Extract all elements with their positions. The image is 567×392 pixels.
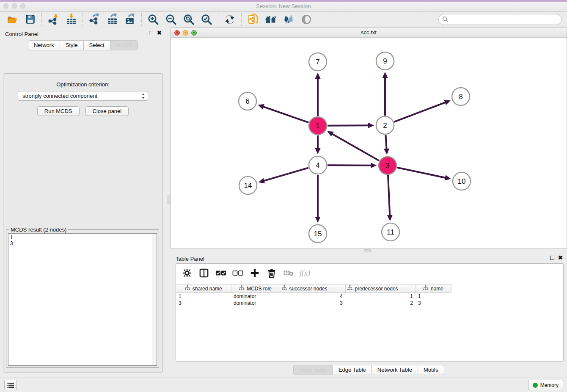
- node-10[interactable]: 10: [453, 172, 471, 190]
- column-header-successor-nodes[interactable]: successor nodes: [280, 284, 345, 293]
- control-panel-tabs: NetworkStyleSelectMCDS: [0, 40, 166, 50]
- table-row[interactable]: 3dominator323: [176, 300, 451, 306]
- column-header-predecessor-nodes[interactable]: predecessor nodes: [345, 284, 416, 293]
- network-maximize-icon[interactable]: +: [191, 30, 197, 36]
- float-table-panel-icon[interactable]: [550, 256, 554, 260]
- float-panel-icon[interactable]: [149, 31, 153, 35]
- node-4[interactable]: 4: [309, 156, 327, 174]
- column-header-MCDS-role[interactable]: MCDS role: [231, 284, 280, 293]
- home-icon[interactable]: [262, 13, 280, 26]
- svg-text:11: 11: [387, 228, 394, 236]
- network-view-window: ✕ − + scc.txt 7968124314101511: [171, 28, 567, 249]
- node-2[interactable]: 2: [376, 116, 394, 134]
- add-row-icon[interactable]: [249, 267, 261, 279]
- zoom-selected-icon[interactable]: [198, 13, 215, 26]
- table-row[interactable]: 1dominator411: [176, 293, 451, 300]
- close-panel-button[interactable]: Close panel: [85, 106, 129, 116]
- dropdown-stepper-icon: [141, 93, 145, 101]
- network-close-icon[interactable]: ✕: [174, 30, 180, 36]
- svg-text:8: 8: [459, 93, 462, 101]
- svg-text:2: 2: [383, 121, 387, 130]
- mcds-result-text[interactable]: 1 3: [8, 233, 157, 366]
- node-6[interactable]: 6: [239, 92, 256, 110]
- tab-network-table[interactable]: Network Table: [372, 365, 418, 375]
- import-network-icon[interactable]: [44, 13, 62, 26]
- table-panel-title: Table Panel: [176, 256, 204, 262]
- memory-button[interactable]: Memory: [528, 380, 563, 390]
- edge-3-10[interactable]: [397, 168, 446, 178]
- tab-select[interactable]: Select: [84, 40, 110, 50]
- svg-text:3: 3: [385, 162, 389, 170]
- edge-4-3[interactable]: [328, 165, 371, 166]
- horizontal-splitter-grip[interactable]: [364, 249, 371, 252]
- import-table-icon[interactable]: [62, 13, 80, 26]
- open-session-icon[interactable]: [3, 13, 21, 26]
- column-type-icon: [423, 285, 428, 292]
- save-session-icon[interactable]: [21, 13, 39, 26]
- edge-3-1[interactable]: [332, 134, 379, 160]
- network-minimize-icon[interactable]: −: [183, 30, 188, 36]
- tab-network[interactable]: Network: [28, 40, 60, 50]
- clone-network-icon[interactable]: [244, 13, 262, 26]
- node-1[interactable]: 1: [309, 117, 327, 135]
- node-14[interactable]: 14: [239, 177, 257, 194]
- vertical-splitter-grip[interactable]: [167, 196, 170, 204]
- tab-style[interactable]: Style: [60, 40, 84, 50]
- zoom-out-icon[interactable]: [162, 13, 180, 26]
- node-3[interactable]: 3: [379, 157, 396, 174]
- run-mcds-button[interactable]: Run MCDS: [37, 106, 80, 116]
- edge-1-2[interactable]: [328, 125, 369, 126]
- zoom-in-icon[interactable]: [144, 13, 162, 26]
- edge-1-6[interactable]: [263, 107, 308, 123]
- deselect-all-columns-icon[interactable]: [232, 267, 244, 279]
- tab-edge-table[interactable]: Edge Table: [333, 365, 372, 375]
- split-panel-icon[interactable]: [198, 267, 210, 279]
- main-toolbar: [0, 12, 567, 27]
- node-9[interactable]: 9: [376, 52, 394, 70]
- column-header-shared-name[interactable]: shared name: [176, 284, 231, 293]
- svg-text:14: 14: [244, 182, 252, 190]
- control-panel: Control Panel ✖ NetworkStyleSelectMCDS O…: [0, 28, 166, 376]
- export-network-icon[interactable]: [85, 13, 103, 26]
- table-panel: Table Panel ✖: [171, 252, 567, 376]
- table-options-icon[interactable]: [181, 267, 193, 279]
- function-builder-icon[interactable]: f(x): [300, 269, 310, 278]
- column-header-name[interactable]: name: [416, 284, 451, 293]
- zoom-fit-icon[interactable]: [180, 13, 198, 26]
- apply-preferred-layout-icon[interactable]: [221, 13, 239, 26]
- birds-eye-view-icon[interactable]: [297, 13, 315, 26]
- node-7[interactable]: 7: [309, 53, 327, 71]
- select-all-columns-icon[interactable]: [215, 267, 227, 279]
- search-icon: [442, 16, 449, 22]
- show-panel-list-button[interactable]: [4, 380, 17, 390]
- network-canvas[interactable]: 7968124314101511: [171, 38, 567, 248]
- column-type-icon: [239, 285, 244, 292]
- tab-mcds[interactable]: MCDS: [110, 40, 138, 50]
- result-scrollbar[interactable]: [152, 234, 157, 365]
- svg-text:1: 1: [316, 122, 319, 130]
- network-window-titlebar[interactable]: ✕ − + scc.txt: [171, 28, 567, 38]
- delete-row-icon[interactable]: [266, 267, 278, 279]
- optimization-dropdown[interactable]: strongly connected component: [18, 91, 148, 101]
- tab-motifs[interactable]: Motifs: [418, 365, 444, 375]
- node-table[interactable]: shared nameMCDS rolesuccessor nodesprede…: [176, 284, 451, 306]
- node-11[interactable]: 11: [382, 223, 399, 241]
- tab-node-table[interactable]: Node Table: [293, 365, 333, 375]
- close-panel-icon[interactable]: ✖: [157, 31, 162, 35]
- column-type-icon: [282, 285, 287, 292]
- search-box[interactable]: [438, 14, 562, 25]
- column-type-icon: [347, 285, 352, 292]
- edge-2-8[interactable]: [394, 102, 446, 122]
- export-table-icon[interactable]: [103, 13, 121, 26]
- edge-2-3[interactable]: [385, 135, 386, 149]
- edge-3-11[interactable]: [388, 175, 390, 215]
- delete-table-icon[interactable]: [283, 267, 295, 279]
- close-table-panel-icon[interactable]: ✖: [558, 256, 563, 260]
- search-input[interactable]: [451, 16, 558, 22]
- node-8[interactable]: 8: [452, 88, 470, 105]
- edge-4-14[interactable]: [264, 168, 308, 181]
- show-graphics-details-icon[interactable]: [280, 13, 297, 26]
- svg-text:6: 6: [245, 97, 249, 105]
- node-15[interactable]: 15: [309, 225, 327, 243]
- export-image-icon[interactable]: [121, 13, 139, 26]
